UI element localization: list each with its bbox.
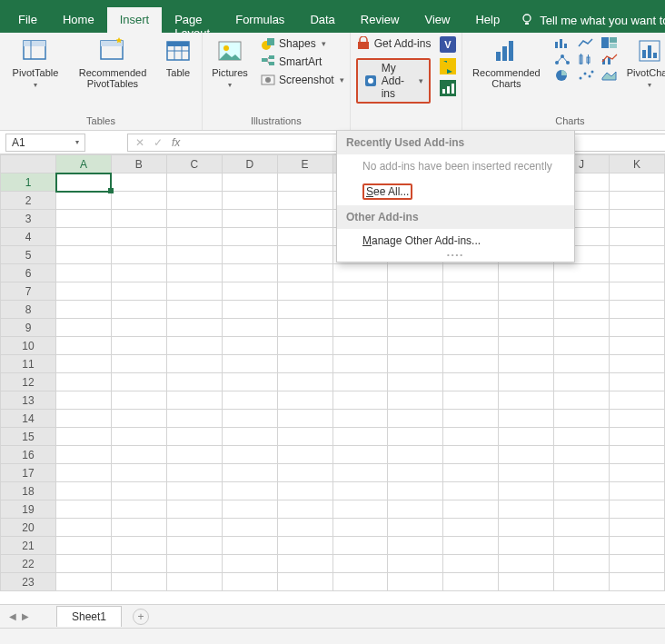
cell[interactable] [443, 391, 499, 410]
cell[interactable] [111, 500, 166, 519]
cell[interactable] [554, 337, 610, 355]
cell[interactable] [56, 391, 112, 410]
row-header[interactable]: 23 [1, 573, 56, 591]
cell[interactable] [499, 519, 554, 537]
cell[interactable] [222, 210, 277, 228]
cell[interactable] [554, 555, 610, 573]
cell[interactable] [222, 355, 277, 373]
cell[interactable] [222, 337, 277, 355]
tab-file[interactable]: File [5, 7, 50, 33]
cell[interactable] [111, 319, 166, 337]
cell[interactable] [222, 410, 277, 428]
cell[interactable] [499, 373, 554, 391]
people-graph-icon[interactable] [440, 80, 456, 96]
cell[interactable] [166, 173, 222, 192]
sheet-tab[interactable]: Sheet1 [56, 606, 122, 627]
cell[interactable] [610, 210, 665, 228]
cell[interactable] [499, 464, 554, 482]
cell[interactable] [610, 500, 665, 519]
surface-chart-icon[interactable] [600, 69, 619, 82]
cell[interactable] [443, 464, 499, 482]
cell[interactable] [443, 446, 499, 464]
cell[interactable] [443, 301, 499, 319]
cell[interactable] [443, 519, 499, 537]
cell[interactable] [277, 519, 332, 537]
cell[interactable] [277, 319, 332, 337]
visio-icon[interactable]: V [440, 36, 456, 53]
cell[interactable] [332, 410, 388, 428]
hierarchy-chart-icon[interactable] [553, 53, 571, 65]
cell[interactable] [277, 482, 332, 500]
cell[interactable] [222, 192, 277, 210]
cell[interactable] [499, 446, 554, 464]
cell[interactable] [111, 192, 166, 210]
column-header[interactable]: D [222, 155, 277, 173]
scatter-chart-icon[interactable] [577, 69, 595, 82]
tab-formulas[interactable]: Formulas [223, 7, 297, 33]
cell[interactable] [554, 373, 610, 391]
cell[interactable] [166, 337, 222, 355]
cell[interactable] [610, 173, 665, 192]
cell[interactable] [277, 446, 332, 464]
combo-chart-icon[interactable] [600, 53, 619, 65]
cell[interactable] [499, 391, 554, 410]
cell[interactable] [111, 573, 166, 591]
tab-help[interactable]: Help [462, 7, 512, 33]
cell[interactable] [388, 464, 443, 482]
row-header[interactable]: 19 [1, 500, 56, 519]
cell[interactable] [332, 519, 388, 537]
cell[interactable] [111, 373, 166, 391]
cell[interactable] [277, 391, 332, 410]
cell[interactable] [277, 355, 332, 373]
pictures-button[interactable]: Pictures ▾ [208, 36, 252, 91]
cell[interactable] [332, 301, 388, 319]
cell[interactable] [111, 355, 166, 373]
cell[interactable] [443, 573, 499, 591]
cell[interactable] [388, 319, 443, 337]
cell[interactable] [111, 210, 166, 228]
cell[interactable] [222, 500, 277, 519]
cell[interactable] [610, 264, 665, 282]
my-addins-button[interactable]: My Add-ins ▾ [356, 58, 432, 104]
row-header[interactable]: 12 [1, 373, 56, 391]
cell[interactable] [332, 264, 388, 282]
treemap-chart-icon[interactable] [600, 36, 619, 49]
cell[interactable] [332, 500, 388, 519]
cell[interactable] [443, 500, 499, 519]
cell[interactable] [332, 555, 388, 573]
cell[interactable] [610, 555, 665, 573]
cell[interactable] [166, 537, 222, 555]
cell[interactable] [277, 537, 332, 555]
column-header[interactable]: A [56, 155, 112, 173]
cell[interactable] [610, 301, 665, 319]
cell[interactable] [388, 573, 443, 591]
cell[interactable] [610, 446, 665, 464]
row-header[interactable]: 5 [1, 246, 56, 264]
cell[interactable] [166, 519, 222, 537]
cell[interactable] [554, 464, 610, 482]
select-all-corner[interactable] [1, 155, 56, 173]
cell[interactable] [499, 555, 554, 573]
new-sheet-button[interactable]: + [133, 609, 149, 625]
cell[interactable] [277, 301, 332, 319]
cell[interactable] [166, 210, 222, 228]
cell[interactable] [388, 519, 443, 537]
cell[interactable] [56, 228, 112, 246]
cell[interactable] [610, 355, 665, 373]
cell[interactable] [166, 446, 222, 464]
cell[interactable] [277, 246, 332, 264]
cell[interactable] [443, 555, 499, 573]
cell[interactable] [222, 246, 277, 264]
cell[interactable] [443, 482, 499, 500]
cell[interactable] [554, 482, 610, 500]
cell[interactable] [111, 446, 166, 464]
row-header[interactable]: 14 [1, 410, 56, 428]
cell[interactable] [56, 373, 112, 391]
cell[interactable] [499, 355, 554, 373]
cell[interactable] [610, 373, 665, 391]
cell[interactable] [388, 355, 443, 373]
cell[interactable] [56, 301, 112, 319]
bing-maps-icon[interactable] [440, 58, 456, 74]
cell[interactable] [610, 246, 665, 264]
cell[interactable] [166, 301, 222, 319]
